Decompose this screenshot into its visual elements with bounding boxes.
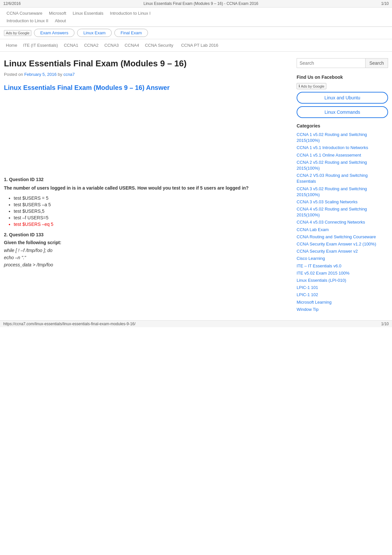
answer-1-5-correct: test $USERS –eq 5 <box>14 222 290 227</box>
question-1: 1. Question ID 132 The number of users l… <box>4 177 290 227</box>
meta-author: ccna7 <box>63 72 75 77</box>
sidebar-ad-linux-ubuntu[interactable]: Linux and Ubuntu <box>297 92 388 104</box>
nav-item-linux-essentials[interactable]: Linux Essentials <box>70 9 106 17</box>
category-18[interactable]: LPIC-1 102 <box>297 292 388 298</box>
search-box[interactable]: Search <box>297 58 388 68</box>
main-container: Linux Essentials Final Exam (Modules 9 –… <box>0 52 392 320</box>
facebook-title: Find Us on Facebook <box>297 75 388 80</box>
category-9[interactable]: CCNA Lab Exam <box>297 227 388 233</box>
browser-title: Linux Essentials Final Exam (Modules 9 –… <box>21 1 381 6</box>
category-6[interactable]: CCNA 3 v5.03 Scaling Networks <box>297 199 388 205</box>
question-2-intro: Given the following script: <box>4 240 290 245</box>
ad-button-final-exam[interactable]: Final Exam <box>114 29 148 37</box>
question-2: 2. Question ID 133 Given the following s… <box>4 232 290 267</box>
status-url: https://ccna7.com/linux-essentials/linux… <box>3 322 136 326</box>
post-meta: Posted on February 5, 2016 by ccna7 <box>4 72 290 77</box>
script-line-1: while [ ! –f /tmp/foo ]; do <box>4 248 290 253</box>
nav-item-ccna-courseware[interactable]: CCNA Courseware <box>4 9 45 17</box>
search-input[interactable] <box>297 59 365 68</box>
sec-nav-ite[interactable]: ITE (IT Essentials) <box>21 42 60 49</box>
top-nav-row-2: Introduction to Linux II About <box>4 17 388 25</box>
ad-button-linux-exam[interactable]: Linux Exam <box>77 29 112 37</box>
sidebar-ads: ℹ Ads by Google Linux and Ubuntu Linux C… <box>297 83 388 118</box>
status-page: 1/10 <box>381 322 389 326</box>
ads-by-google-badge: Ads by Google <box>4 30 31 36</box>
sec-nav-ccna3[interactable]: CCNA3 <box>103 42 121 49</box>
answer-1-2: test $USERS –a 5 <box>14 202 290 207</box>
sidebar-ads-badge: ℹ Ads by Google <box>297 83 326 89</box>
sec-nav-ccna1[interactable]: CCNA1 <box>62 42 80 49</box>
nav-item-microsoft[interactable]: Microsoft <box>46 9 69 17</box>
sidebar-ads-icon: ℹ <box>299 84 300 88</box>
meta-posted: Posted on <box>4 72 24 77</box>
category-12[interactable]: CCNA Security Exam Answer v2 <box>297 248 388 254</box>
category-7[interactable]: CCNA 4 v5.02 Routing and Switching 2015(… <box>297 206 388 218</box>
category-8[interactable]: CCNA 4 v5.03 Connecting Networks <box>297 219 388 225</box>
sec-nav-ccna4[interactable]: CCNA4 <box>123 42 141 49</box>
answer-1-4: test –f USERS=5 <box>14 215 290 220</box>
question-1-answers: test $USERS = 5 test $USERS –a 5 test $U… <box>4 195 290 227</box>
category-10[interactable]: CCNA Routing and Switching Courseware <box>297 234 388 240</box>
categories-section: Categories CCNA 1 v5.02 Routing and Swit… <box>297 123 388 312</box>
category-15[interactable]: ITE v5.02 Exam 2015 100% <box>297 270 388 276</box>
browser-bar: 12/6/2016 Linux Essentials Final Exam (M… <box>0 0 392 8</box>
category-2[interactable]: CCNA 1 v5.1 Online Assessement <box>297 152 388 158</box>
category-20[interactable]: Window Tip <box>297 307 388 312</box>
script-line-2: echo –n "." <box>4 255 290 260</box>
status-bar: https://ccna7.com/linux-essentials/linux… <box>0 320 392 327</box>
category-5[interactable]: CCNA 3 v5.02 Routing and Switching 2015(… <box>297 186 388 198</box>
answer-1-1: test $USERS = 5 <box>14 195 290 201</box>
categories-title: Categories <box>297 123 388 128</box>
article-subtitle: Linux Essentials Final Exam (Modules 9 –… <box>4 83 290 92</box>
sec-nav-ccna2[interactable]: CCNA2 <box>82 42 100 49</box>
browser-date: 12/6/2016 <box>3 1 21 6</box>
category-0[interactable]: CCNA 1 v5.02 Routing and Switching 2015(… <box>297 132 388 143</box>
question-2-number: 2. Question ID 133 <box>4 232 290 237</box>
top-nav: CCNA Courseware Microsoft Linux Essentia… <box>0 8 392 27</box>
sec-nav-home[interactable]: Home <box>4 42 19 49</box>
category-4[interactable]: CCNA 2 V5.03 Routing and Switching Essen… <box>297 173 388 184</box>
nav-item-intro-linux-2[interactable]: Introduction to Linux II <box>4 17 51 25</box>
sec-nav-ccna-pt-lab[interactable]: CCNA PT Lab 2016 <box>179 42 220 49</box>
ad-bar: Ads by Google Exam Answers Linux Exam Fi… <box>0 27 392 39</box>
meta-date: February 5, 2016 <box>24 72 57 77</box>
question-1-number: 1. Question ID 132 <box>4 177 290 182</box>
sec-nav-ccna-security[interactable]: CCNA Security <box>143 42 175 49</box>
category-14[interactable]: ITE – IT Essentials v6.0 <box>297 263 388 269</box>
sidebar-ads-label: Ads by Google <box>301 84 324 88</box>
question-1-text: The number of users logged in is in a va… <box>4 185 290 192</box>
category-17[interactable]: LPIC-1 101 <box>297 285 388 291</box>
nav-item-about[interactable]: About <box>52 17 69 25</box>
article-title: Linux Essentials Final Exam (Modules 9 –… <box>4 58 290 69</box>
script-line-3: process_data > /tmp/foo <box>4 262 290 267</box>
category-cisco-learning[interactable]: Cisco Learning <box>297 256 388 261</box>
category-19[interactable]: Microsoft Learning <box>297 299 388 305</box>
sidebar: Search Find Us on Facebook ℹ Ads by Goog… <box>297 58 388 314</box>
category-11[interactable]: CCNA Security Exam Answer v1.2 (100%) <box>297 241 388 247</box>
meta-by: by <box>57 72 63 77</box>
sidebar-ad-linux-commands[interactable]: Linux Commands <box>297 106 388 118</box>
category-16[interactable]: Linux Essentials (LPI-010) <box>297 278 388 283</box>
ad-button-exam-answers[interactable]: Exam Answers <box>34 29 74 37</box>
secondary-nav: Home ITE (IT Essentials) CCNA1 CCNA2 CCN… <box>0 39 392 52</box>
top-nav-row-1: CCNA Courseware Microsoft Linux Essentia… <box>4 9 388 17</box>
nav-item-intro-linux-1[interactable]: Introduction to Linux I <box>107 9 153 17</box>
category-1[interactable]: CCNA 1 v5.1 Introduction to Networks <box>297 145 388 151</box>
browser-page-num: 1/10 <box>381 1 389 6</box>
category-3[interactable]: CCNA 2 v5.02 Routing and Switching 2015(… <box>297 160 388 171</box>
search-button[interactable]: Search <box>365 59 388 68</box>
content-area: Linux Essentials Final Exam (Modules 9 –… <box>4 58 290 314</box>
answer-1-3: test $USERS,5 <box>14 209 290 214</box>
